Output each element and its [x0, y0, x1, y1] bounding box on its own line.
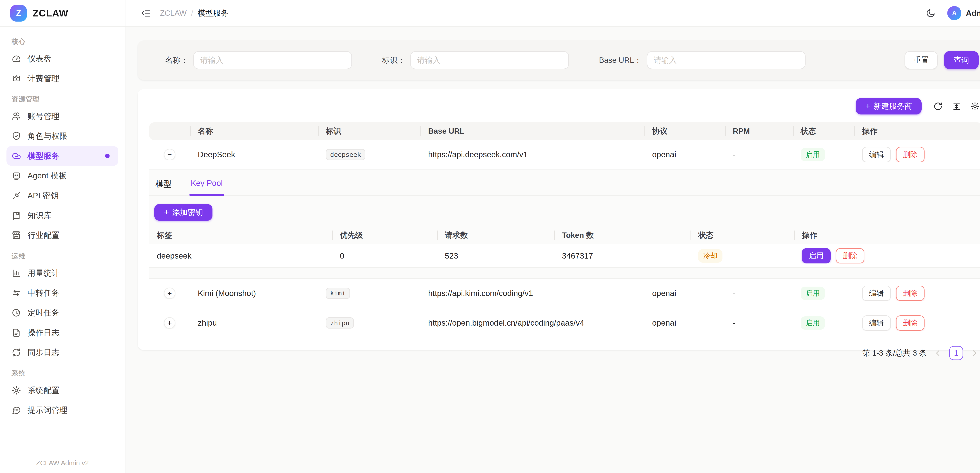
expand-row-button[interactable]: +: [164, 317, 175, 329]
sidebar-item-dashboard[interactable]: 仪表盘: [6, 49, 119, 68]
add-key-label: 添加密钥: [172, 207, 203, 218]
provider-base-url: https://api.kimi.com/coding/v1: [420, 289, 644, 298]
filter-base-url-label: Base URL：: [599, 55, 642, 65]
crown-icon: [11, 74, 21, 83]
sidebar-item-accounts[interactable]: 账号管理: [6, 107, 119, 126]
sidebar-item-api-keys[interactable]: API 密钥: [6, 186, 119, 205]
table-settings-button[interactable]: [968, 99, 980, 113]
section-label-resources: 资源管理: [6, 88, 119, 107]
reset-button[interactable]: 重置: [905, 51, 938, 69]
sidebar-item-industry-config[interactable]: 行业配置: [6, 225, 119, 245]
header-protocol: 协议: [644, 126, 725, 136]
avatar: A: [947, 6, 961, 20]
sidebar-item-label: 中转任务: [27, 288, 59, 298]
edit-button[interactable]: 编辑: [862, 286, 891, 301]
chevron-left-icon: [934, 349, 942, 357]
edit-button[interactable]: 编辑: [862, 147, 891, 162]
message-dots-icon: [11, 405, 21, 415]
chevron-right-icon: [970, 349, 978, 357]
collapse-sidebar-button[interactable]: [138, 5, 153, 21]
page-1-button[interactable]: 1: [949, 346, 963, 360]
tab-key-pool[interactable]: Key Pool: [189, 177, 224, 195]
sidebar-item-scheduled-tasks[interactable]: 定时任务: [6, 303, 119, 323]
header-actions: 操作: [854, 126, 980, 136]
sidebar-item-relay-tasks[interactable]: 中转任务: [6, 283, 119, 303]
sidebar-item-agent-templates[interactable]: Agent 模板: [6, 166, 119, 186]
sidebar-item-label: 知识库: [27, 210, 51, 221]
topbar-right: A Admin: [923, 5, 980, 21]
breadcrumb-root[interactable]: ZCLAW: [160, 9, 186, 18]
section-label-ops: 运维: [6, 245, 119, 263]
key-header-label: 标签: [149, 231, 332, 240]
enable-key-button[interactable]: 启用: [802, 248, 830, 263]
sidebar-item-model-services[interactable]: 模型服务: [6, 146, 119, 166]
name-input[interactable]: [193, 51, 352, 69]
create-provider-button[interactable]: + 新建服务商: [856, 98, 921, 115]
key-header-tokens: Token 数: [554, 231, 691, 240]
gear-icon: [11, 385, 21, 395]
breadcrumb-current: 模型服务: [197, 8, 228, 18]
search-button[interactable]: 查询: [944, 51, 978, 69]
sidebar-item-label: Agent 模板: [27, 170, 67, 181]
base-url-input[interactable]: [647, 51, 805, 69]
users-icon: [11, 111, 21, 121]
gear-icon: [970, 102, 980, 111]
providers-card: + 新建服务商 名称 标识 Base URL 协议 RPM 状态 操作: [138, 89, 980, 350]
collapse-row-button[interactable]: −: [164, 149, 175, 160]
sidebar-item-system-config[interactable]: 系统配置: [6, 381, 119, 400]
row-density-button[interactable]: [949, 99, 964, 113]
table-row: + Kimi (Moonshot) kimi https://api.kimi.…: [149, 279, 980, 308]
filter-name-label: 名称：: [165, 55, 188, 65]
sidebar-item-label: 定时任务: [27, 307, 59, 318]
sidebar-item-roles[interactable]: 角色与权限: [6, 126, 119, 146]
status-badge: 启用: [801, 287, 825, 300]
book-icon: [11, 211, 21, 220]
sidebar-item-usage-stats[interactable]: 用量统计: [6, 263, 119, 283]
sidebar-item-label: 系统配置: [27, 385, 59, 396]
expanded-panel: 模型 Key Pool + 添加密钥 标签 优先级 请求数 Token 数 状态…: [149, 170, 980, 279]
sidebar-item-prompt-management[interactable]: 提示词管理: [6, 400, 119, 420]
delete-button[interactable]: 删除: [896, 286, 924, 301]
user-menu[interactable]: A Admin: [947, 6, 980, 20]
cloud-icon: [11, 151, 21, 161]
sidebar-item-sync-logs[interactable]: 同步日志: [6, 342, 119, 362]
sync-icon: [11, 348, 21, 357]
header-tag: 标识: [318, 126, 420, 136]
add-key-button[interactable]: + 添加密钥: [154, 204, 212, 221]
breadcrumb-separator: /: [191, 9, 193, 18]
app-root: Z ZCLAW 核心 仪表盘 计费管理 资源管理 账号管理 角色与权限: [0, 0, 980, 473]
provider-name: DeepSeek: [190, 150, 318, 159]
slug-input[interactable]: [410, 51, 569, 69]
key-tokens: 3467317: [554, 251, 691, 261]
table-header: 名称 标识 Base URL 协议 RPM 状态 操作: [149, 122, 980, 140]
edit-button[interactable]: 编辑: [862, 315, 891, 331]
header-name: 名称: [190, 126, 318, 136]
delete-button[interactable]: 删除: [896, 147, 924, 162]
header-base-url: Base URL: [420, 126, 644, 136]
refresh-icon: [933, 102, 943, 111]
brand: Z ZCLAW: [0, 0, 125, 27]
delete-key-button[interactable]: 删除: [836, 248, 864, 263]
next-page-button[interactable]: [969, 348, 980, 358]
breadcrumb: ZCLAW / 模型服务: [160, 8, 228, 18]
sidebar: Z ZCLAW 核心 仪表盘 计费管理 资源管理 账号管理 角色与权限: [0, 0, 126, 473]
provider-base-url: https://open.bigmodel.cn/api/coding/paas…: [420, 319, 644, 328]
provider-tag-badge: zhipu: [326, 317, 354, 328]
section-label-system: 系统: [6, 362, 119, 381]
status-badge: 启用: [801, 148, 825, 161]
dark-mode-toggle[interactable]: [923, 5, 938, 21]
sidebar-item-billing[interactable]: 计费管理: [6, 68, 119, 88]
expand-row-button[interactable]: +: [164, 288, 175, 299]
sidebar-item-label: 行业配置: [27, 230, 59, 241]
refresh-button[interactable]: [931, 99, 945, 113]
tab-models[interactable]: 模型: [154, 177, 173, 195]
sidebar-item-knowledge-base[interactable]: 知识库: [6, 205, 119, 225]
filter-name: 名称：: [165, 51, 352, 69]
sidebar-item-operation-logs[interactable]: 操作日志: [6, 323, 119, 342]
sidebar-item-label: 同步日志: [27, 347, 59, 358]
panel-collapse-icon: [141, 8, 151, 18]
prev-page-button[interactable]: [932, 348, 943, 358]
plus-icon: +: [865, 102, 871, 111]
sidebar-footer: ZCLAW Admin v2: [0, 452, 125, 473]
delete-button[interactable]: 删除: [896, 315, 924, 331]
